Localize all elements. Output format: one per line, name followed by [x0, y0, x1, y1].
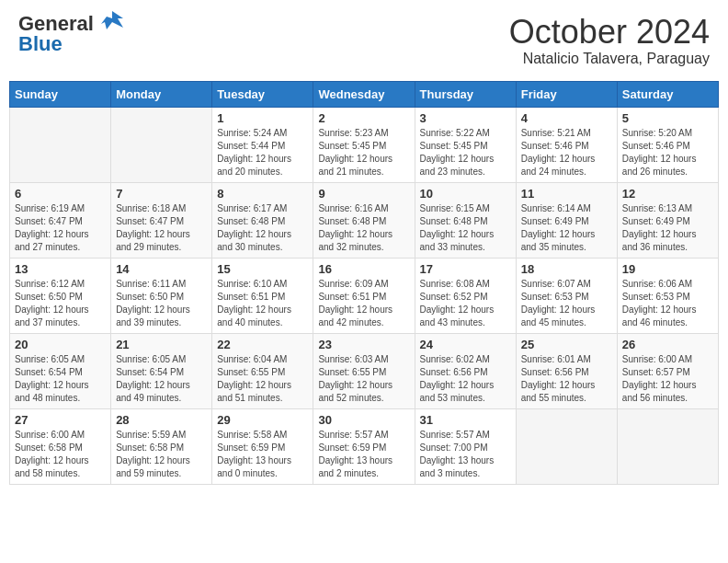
day-info: Sunrise: 6:05 AMSunset: 6:54 PMDaylight:…: [116, 353, 207, 405]
day-info: Sunrise: 6:03 AMSunset: 6:55 PMDaylight:…: [318, 353, 409, 405]
day-info: Sunrise: 6:19 AMSunset: 6:47 PMDaylight:…: [15, 202, 106, 254]
calendar-cell: 8Sunrise: 6:17 AMSunset: 6:48 PMDaylight…: [212, 182, 313, 258]
calendar-cell: 13Sunrise: 6:12 AMSunset: 6:50 PMDayligh…: [10, 258, 111, 333]
calendar-cell: 12Sunrise: 6:13 AMSunset: 6:49 PMDayligh…: [617, 182, 718, 258]
weekday-header-tuesday: Tuesday: [212, 81, 313, 107]
day-number: 13: [15, 262, 106, 276]
day-info: Sunrise: 5:22 AMSunset: 5:45 PMDaylight:…: [420, 127, 511, 178]
day-info: Sunrise: 6:18 AMSunset: 6:47 PMDaylight:…: [116, 202, 207, 254]
day-number: 20: [15, 338, 106, 351]
weekday-header-wednesday: Wednesday: [313, 81, 415, 107]
day-number: 17: [420, 262, 511, 276]
day-number: 16: [318, 262, 409, 276]
day-number: 28: [116, 413, 207, 427]
day-number: 3: [420, 111, 511, 125]
day-number: 5: [622, 111, 713, 125]
calendar-week-3: 13Sunrise: 6:12 AMSunset: 6:50 PMDayligh…: [10, 258, 719, 333]
weekday-header-saturday: Saturday: [617, 81, 718, 107]
day-number: 6: [15, 187, 106, 201]
calendar-cell: 22Sunrise: 6:04 AMSunset: 6:55 PMDayligh…: [212, 333, 313, 408]
calendar-cell: [516, 408, 617, 484]
day-info: Sunrise: 6:12 AMSunset: 6:50 PMDaylight:…: [15, 278, 106, 329]
day-info: Sunrise: 6:06 AMSunset: 6:53 PMDaylight:…: [622, 278, 713, 329]
day-number: 7: [116, 187, 207, 201]
weekday-header-friday: Friday: [516, 81, 617, 107]
calendar-week-4: 20Sunrise: 6:05 AMSunset: 6:54 PMDayligh…: [10, 333, 719, 408]
day-number: 8: [217, 187, 308, 201]
day-number: 11: [521, 187, 612, 201]
day-number: 24: [420, 338, 511, 351]
weekday-header-row: SundayMondayTuesdayWednesdayThursdayFrid…: [10, 81, 719, 107]
svg-marker-0: [101, 11, 123, 29]
calendar-cell: 29Sunrise: 5:58 AMSunset: 6:59 PMDayligh…: [212, 408, 313, 484]
day-number: 4: [521, 111, 612, 125]
day-info: Sunrise: 5:24 AMSunset: 5:44 PMDaylight:…: [217, 127, 308, 178]
calendar-cell: 7Sunrise: 6:18 AMSunset: 6:47 PMDaylight…: [111, 182, 212, 258]
calendar-cell: 25Sunrise: 6:01 AMSunset: 6:56 PMDayligh…: [516, 333, 617, 408]
day-number: 9: [318, 187, 409, 201]
calendar-cell: 1Sunrise: 5:24 AMSunset: 5:44 PMDaylight…: [212, 107, 313, 182]
day-number: 21: [116, 338, 207, 351]
calendar-cell: 9Sunrise: 6:16 AMSunset: 6:48 PMDaylight…: [313, 182, 415, 258]
calendar-cell: 11Sunrise: 6:14 AMSunset: 6:49 PMDayligh…: [516, 182, 617, 258]
weekday-header-thursday: Thursday: [415, 81, 516, 107]
calendar-cell: 3Sunrise: 5:22 AMSunset: 5:45 PMDaylight…: [415, 107, 516, 182]
calendar-week-2: 6Sunrise: 6:19 AMSunset: 6:47 PMDaylight…: [10, 182, 719, 258]
calendar-cell: 5Sunrise: 5:20 AMSunset: 5:46 PMDaylight…: [617, 107, 718, 182]
title-block: October 2024 Natalicio Talavera, Paragua…: [509, 14, 710, 67]
calendar-cell: 31Sunrise: 5:57 AMSunset: 7:00 PMDayligh…: [415, 408, 516, 484]
day-number: 1: [217, 111, 308, 125]
day-info: Sunrise: 6:09 AMSunset: 6:51 PMDaylight:…: [318, 278, 409, 329]
day-number: 2: [318, 111, 409, 125]
logo-blue-text: Blue: [18, 34, 94, 54]
logo-general-text: General: [18, 14, 94, 34]
day-number: 12: [622, 187, 713, 201]
calendar-cell: 20Sunrise: 6:05 AMSunset: 6:54 PMDayligh…: [10, 333, 111, 408]
calendar-week-5: 27Sunrise: 6:00 AMSunset: 6:58 PMDayligh…: [10, 408, 719, 484]
day-info: Sunrise: 5:59 AMSunset: 6:58 PMDaylight:…: [116, 429, 207, 480]
day-number: 30: [318, 413, 409, 427]
day-info: Sunrise: 6:08 AMSunset: 6:52 PMDaylight:…: [420, 278, 511, 329]
calendar-cell: [111, 107, 212, 182]
calendar-cell: 6Sunrise: 6:19 AMSunset: 6:47 PMDaylight…: [10, 182, 111, 258]
day-number: 31: [420, 413, 511, 427]
calendar-cell: 17Sunrise: 6:08 AMSunset: 6:52 PMDayligh…: [415, 258, 516, 333]
calendar-cell: [617, 408, 718, 484]
calendar-cell: 16Sunrise: 6:09 AMSunset: 6:51 PMDayligh…: [313, 258, 415, 333]
day-info: Sunrise: 6:01 AMSunset: 6:56 PMDaylight:…: [521, 353, 612, 405]
day-info: Sunrise: 6:05 AMSunset: 6:54 PMDaylight:…: [15, 353, 106, 405]
day-info: Sunrise: 5:21 AMSunset: 5:46 PMDaylight:…: [521, 127, 612, 178]
day-number: 19: [622, 262, 713, 276]
day-info: Sunrise: 6:14 AMSunset: 6:49 PMDaylight:…: [521, 202, 612, 254]
page-header: General Blue October 2024 Natalicio Tala…: [9, 9, 719, 72]
day-info: Sunrise: 6:10 AMSunset: 6:51 PMDaylight:…: [217, 278, 308, 329]
day-info: Sunrise: 5:57 AMSunset: 7:00 PMDaylight:…: [420, 429, 511, 480]
calendar-cell: 27Sunrise: 6:00 AMSunset: 6:58 PMDayligh…: [10, 408, 111, 484]
day-info: Sunrise: 5:23 AMSunset: 5:45 PMDaylight:…: [318, 127, 409, 178]
day-number: 22: [217, 338, 308, 351]
calendar-table: SundayMondayTuesdayWednesdayThursdayFrid…: [9, 81, 719, 485]
day-info: Sunrise: 6:04 AMSunset: 6:55 PMDaylight:…: [217, 353, 308, 405]
calendar-cell: 19Sunrise: 6:06 AMSunset: 6:53 PMDayligh…: [617, 258, 718, 333]
day-number: 15: [217, 262, 308, 276]
day-number: 29: [217, 413, 308, 427]
calendar-cell: 23Sunrise: 6:03 AMSunset: 6:55 PMDayligh…: [313, 333, 415, 408]
day-info: Sunrise: 6:02 AMSunset: 6:56 PMDaylight:…: [420, 353, 511, 405]
calendar-cell: 28Sunrise: 5:59 AMSunset: 6:58 PMDayligh…: [111, 408, 212, 484]
calendar-cell: 10Sunrise: 6:15 AMSunset: 6:48 PMDayligh…: [415, 182, 516, 258]
day-number: 26: [622, 338, 713, 351]
calendar-cell: 15Sunrise: 6:10 AMSunset: 6:51 PMDayligh…: [212, 258, 313, 333]
calendar-week-1: 1Sunrise: 5:24 AMSunset: 5:44 PMDaylight…: [10, 107, 719, 182]
calendar-cell: 21Sunrise: 6:05 AMSunset: 6:54 PMDayligh…: [111, 333, 212, 408]
day-info: Sunrise: 6:16 AMSunset: 6:48 PMDaylight:…: [318, 202, 409, 254]
day-number: 14: [116, 262, 207, 276]
day-number: 25: [521, 338, 612, 351]
day-info: Sunrise: 6:13 AMSunset: 6:49 PMDaylight:…: [622, 202, 713, 254]
day-info: Sunrise: 6:15 AMSunset: 6:48 PMDaylight:…: [420, 202, 511, 254]
day-info: Sunrise: 6:11 AMSunset: 6:50 PMDaylight:…: [116, 278, 207, 329]
day-number: 27: [15, 413, 106, 427]
day-info: Sunrise: 6:07 AMSunset: 6:53 PMDaylight:…: [521, 278, 612, 329]
location-title: Natalicio Talavera, Paraguay: [509, 51, 710, 67]
day-info: Sunrise: 5:57 AMSunset: 6:59 PMDaylight:…: [318, 429, 409, 480]
logo-bird-icon: [99, 9, 125, 39]
